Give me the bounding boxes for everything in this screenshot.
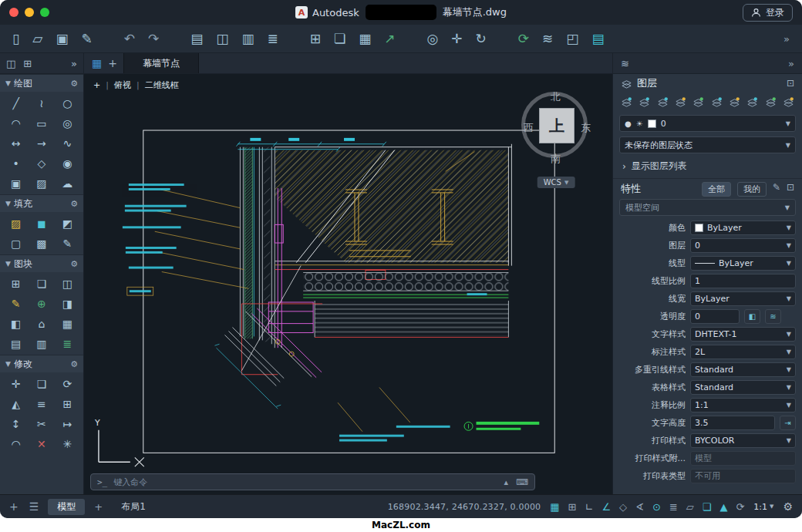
layer-isolate-icon[interactable]	[637, 94, 652, 109]
section-settings-icon[interactable]: ⚙	[70, 79, 78, 89]
solid-fill-tool[interactable]: ◼	[32, 214, 52, 232]
property-value-dropdown[interactable]: ByLayer ▼	[690, 221, 796, 235]
open-file-icon[interactable]: ▱	[32, 32, 42, 45]
revision-cloud-tool[interactable]: ☁	[57, 174, 77, 192]
add-icon[interactable]: +	[9, 500, 19, 513]
plot-icon[interactable]: ▤	[190, 32, 203, 45]
line-tool[interactable]: ╱	[6, 94, 26, 112]
redo-icon[interactable]: ↷	[148, 32, 159, 45]
image-tool[interactable]: ▤	[6, 335, 26, 352]
panel-overflow-chevron-icon[interactable]: »	[788, 58, 794, 69]
scale-tool[interactable]: ↕	[6, 415, 26, 433]
keyboard-icon[interactable]: ⌨	[516, 477, 528, 487]
xref-tool[interactable]: ▦	[57, 315, 77, 332]
visual-style-control[interactable]: 二维线框	[145, 79, 179, 91]
attach-image-icon[interactable]: ▦	[359, 32, 371, 45]
layer-unlock-icon[interactable]	[727, 94, 742, 109]
set-base-point-tool[interactable]: ⌂	[32, 315, 52, 332]
autoscale-icon[interactable]: ⟳	[736, 502, 744, 512]
section-settings-icon[interactable]: ⚙	[70, 259, 78, 269]
layout1-tab[interactable]: 布局1	[112, 499, 155, 515]
transparency-icon[interactable]: ▱	[686, 502, 694, 512]
property-value-dropdown[interactable]: 3.5 ▼	[690, 416, 775, 430]
ortho-icon[interactable]: ∟	[585, 502, 594, 512]
filter-mine-button[interactable]: 我的	[737, 182, 767, 197]
property-value-dropdown[interactable]: 不可用 ▼	[690, 469, 796, 483]
fillet-tool[interactable]: ◠	[6, 435, 26, 453]
edit-properties-icon[interactable]: ✎	[773, 182, 780, 197]
edit-attribute-tool[interactable]: ◧	[6, 315, 26, 332]
property-value-dropdown[interactable]: Standard ▼	[690, 362, 796, 377]
show-layer-list[interactable]: › 显示图层列表	[613, 156, 802, 179]
new-layout-button[interactable]: +	[94, 501, 103, 513]
model-tab[interactable]: 模型	[48, 499, 85, 515]
manage-block-tool[interactable]: ≣	[57, 335, 77, 352]
insert-block-icon[interactable]: ⊞	[310, 32, 321, 45]
rectangle-tool[interactable]: ▭	[32, 114, 52, 132]
ray-tool[interactable]: →	[32, 134, 52, 152]
section-hatch-header[interactable]: ▼ 填充 ⚙	[0, 194, 83, 212]
layer-tools-icon[interactable]: ≋	[542, 32, 553, 45]
boundary-tool[interactable]: ▢	[6, 234, 26, 252]
zoom-window-button[interactable]	[40, 8, 49, 17]
selection-cycling-icon[interactable]: ❏	[703, 502, 712, 512]
section-settings-icon[interactable]: ⚙	[70, 359, 78, 369]
layer-previous-icon[interactable]	[781, 94, 796, 109]
layer-on-all-icon[interactable]	[691, 94, 706, 109]
property-value-dropdown[interactable]: 0 ▼	[690, 238, 796, 253]
dock-panel-icon[interactable]: ⊡	[787, 182, 794, 197]
layer-states-selector[interactable]: 未保存的图层状态 ▼	[619, 136, 796, 153]
property-value-dropdown[interactable]: 2L ▼	[690, 345, 796, 359]
save-as-icon[interactable]: ✎	[82, 32, 93, 45]
property-value-dropdown[interactable]: ByLayer ▼	[690, 256, 796, 271]
dock-panel-icon[interactable]: ⊡	[787, 78, 794, 89]
isometric-draft-icon[interactable]: ◇	[619, 502, 627, 512]
property-aux-button[interactable]	[765, 309, 781, 324]
viewport-menu-control[interactable]: +	[93, 80, 100, 90]
wcs-dropdown[interactable]: WCS ▼	[537, 177, 575, 188]
edit-hatch-tool[interactable]: ✎	[57, 234, 77, 252]
polar-tracking-icon[interactable]: ∠	[602, 502, 611, 512]
move-tool[interactable]: ✛	[6, 375, 26, 392]
batch-plot-icon[interactable]: ≣	[267, 32, 278, 45]
section-block-header[interactable]: ▼ 图块 ⚙	[0, 254, 83, 272]
drawing-tab[interactable]: 幕墙节点	[123, 53, 199, 73]
grid-icon[interactable]: ▦	[550, 502, 559, 512]
palette-grid-icon[interactable]: ⊞	[23, 58, 32, 69]
polyline-tool[interactable]: ≀	[32, 94, 52, 112]
palette-overflow-chevron-icon[interactable]: »	[71, 58, 77, 69]
property-value-dropdown[interactable]: BYCOLOR ▼	[690, 433, 796, 448]
object-snap-tracking-icon[interactable]: ∢	[635, 502, 644, 512]
snap-icon[interactable]: ⊞	[568, 502, 577, 512]
viewcube-top-face[interactable]: 上	[539, 108, 575, 143]
donut-tool[interactable]: ◉	[57, 154, 77, 172]
layer-lock-icon[interactable]	[673, 94, 688, 109]
mirror-tool[interactable]: ◭	[6, 395, 26, 412]
panel-list-icon[interactable]: ≋	[621, 58, 629, 69]
compass-east[interactable]: 东	[581, 121, 591, 135]
write-block-tool[interactable]: ◫	[57, 274, 77, 292]
property-value-dropdown[interactable]: 1 ▼	[690, 274, 796, 288]
property-aux-button[interactable]	[744, 309, 760, 324]
pdf-underlay-tool[interactable]: ▥	[32, 335, 52, 352]
layer-selector[interactable]: ● ☀ 0 ▼	[619, 115, 796, 132]
close-window-button[interactable]	[9, 8, 19, 17]
command-input[interactable]: >_ 键入命令 ▴ ⌨	[90, 473, 535, 490]
property-value-dropdown[interactable]: Standard ▼	[690, 380, 796, 395]
annotation-visibility-icon[interactable]: ▲	[719, 502, 727, 512]
section-modify-header[interactable]: ▼ 修改 ⚙	[0, 355, 83, 372]
property-value-dropdown[interactable]: 0 ▼	[690, 309, 740, 324]
rotate-tool[interactable]: ⟳	[57, 375, 77, 392]
new-file-icon[interactable]: ▯	[12, 32, 19, 45]
pan-icon[interactable]: ✛	[451, 32, 462, 45]
trim-tool[interactable]: ✂	[32, 415, 52, 433]
property-value-dropdown[interactable]: 模型 ▼	[690, 451, 796, 466]
explode-tool[interactable]: ✳	[57, 435, 77, 453]
compass-west[interactable]: 西	[524, 121, 534, 135]
layer-walk-icon[interactable]	[763, 94, 777, 109]
save-icon[interactable]: ▣	[56, 32, 68, 45]
view-control[interactable]: 俯视	[114, 79, 131, 91]
layer-off-icon[interactable]	[619, 94, 634, 109]
annotation-scale-control[interactable]: 1:1 ▼	[753, 502, 773, 512]
sync-icon[interactable]: ⟳	[518, 32, 529, 45]
